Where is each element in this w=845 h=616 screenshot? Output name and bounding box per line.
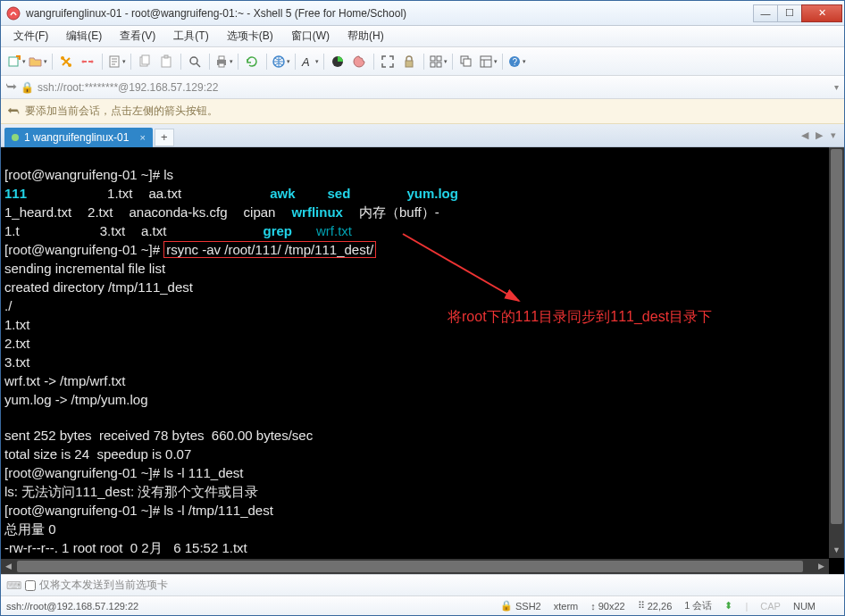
menu-file[interactable]: 文件(F) — [6, 27, 55, 46]
window-title: wangruifenglinux-01 - root@wangruifeng-0… — [26, 7, 754, 20]
status-cap: CAP — [760, 601, 781, 612]
reconnect-icon[interactable] — [56, 52, 76, 71]
minimize-button[interactable]: — — [753, 4, 778, 22]
svg-point-3 — [61, 56, 64, 60]
hint-bar: ⮪ 要添加当前会话，点击左侧的箭头按钮。 — [1, 99, 844, 124]
svg-rect-23 — [437, 62, 441, 67]
svg-rect-9 — [142, 55, 149, 64]
scroll-right-icon[interactable]: ▶ — [814, 559, 829, 574]
svg-rect-20 — [431, 56, 435, 61]
scroll-left-icon[interactable]: ◀ — [1, 559, 16, 574]
status-size: ↕ 90x22 — [590, 601, 624, 612]
tab-bar: 1 wangruifenglinux-01 × + ◀ ▶ ▾ — [1, 124, 844, 147]
open-folder-icon[interactable]: ▾ — [28, 52, 47, 71]
menu-edit[interactable]: 编辑(E) — [59, 27, 109, 46]
hint-icon: ⮪ — [8, 104, 20, 118]
tab-add-button[interactable]: + — [155, 129, 174, 146]
session-tab[interactable]: 1 wangruifenglinux-01 × — [4, 128, 153, 147]
properties-icon[interactable]: ▾ — [106, 52, 126, 71]
svg-point-6 — [91, 60, 94, 62]
new-session-icon[interactable]: +▾ — [6, 52, 26, 71]
svg-rect-21 — [437, 56, 441, 61]
font-icon[interactable]: A▾ — [299, 52, 319, 71]
add-arrow-icon[interactable]: ⮩ — [6, 81, 17, 94]
close-button[interactable]: ✕ — [801, 4, 842, 22]
highlighted-command: rsync -av /root/111/ /tmp/111_dest/ — [163, 241, 376, 258]
search-icon[interactable] — [185, 52, 205, 71]
tab-label: 1 wangruifenglinux-01 — [24, 131, 129, 144]
horizontal-scrollbar[interactable]: ◀ ▶ — [1, 559, 829, 574]
status-pos: ⠿ 22,26 — [638, 600, 673, 612]
terminal[interactable]: [root@wangruifeng-01 ~]# ls 111 1.txt aa… — [1, 147, 844, 574]
layout-icon[interactable]: ▾ — [478, 52, 498, 71]
palette-icon[interactable] — [349, 52, 369, 71]
status-ssh: 🔒 SSH2 — [500, 600, 541, 612]
scroll-thumb[interactable] — [831, 149, 842, 524]
cascade-icon[interactable] — [456, 52, 476, 71]
svg-rect-10 — [162, 57, 171, 67]
menubar: 文件(F) 编辑(E) 查看(V) 工具(T) 选项卡(B) 窗口(W) 帮助(… — [1, 26, 844, 47]
status-term: xterm — [554, 601, 579, 612]
tab-close-icon[interactable]: × — [139, 132, 145, 143]
titlebar[interactable]: wangruifenglinux-01 - root@wangruifeng-0… — [1, 1, 844, 26]
svg-text:?: ? — [512, 57, 517, 67]
maximize-button[interactable]: ☐ — [777, 4, 802, 22]
svg-text:+: + — [17, 55, 21, 62]
status-sessions: 1 会话 — [684, 599, 712, 612]
status-connection: ssh://root@192.168.57.129:22 — [6, 601, 488, 612]
status-bar: ssh://root@192.168.57.129:22 🔒 SSH2 xter… — [1, 595, 844, 615]
address-dropdown-icon[interactable]: ▾ — [834, 82, 839, 92]
status-updown-icon: ⬍ — [724, 600, 732, 612]
tile-icon[interactable]: ▾ — [428, 52, 448, 71]
address-input[interactable] — [38, 81, 831, 94]
input-icon: ⌨ — [6, 579, 21, 592]
color-icon[interactable] — [328, 52, 347, 71]
svg-rect-22 — [431, 62, 435, 67]
input-bar: ⌨ 仅将文本发送到当前选项卡 — [1, 574, 844, 595]
send-current-tab-checkbox[interactable] — [25, 580, 36, 591]
svg-rect-11 — [164, 55, 168, 58]
vertical-scrollbar[interactable]: ▲ ▼ — [829, 147, 844, 558]
svg-rect-25 — [464, 59, 471, 66]
scroll-down-icon[interactable]: ▼ — [829, 543, 844, 558]
svg-rect-19 — [406, 61, 413, 67]
fullscreen-icon[interactable] — [378, 52, 397, 71]
svg-rect-14 — [219, 56, 224, 60]
svg-point-0 — [7, 7, 20, 20]
lock-small-icon: 🔒 — [21, 81, 34, 94]
app-window: wangruifenglinux-01 - root@wangruifeng-0… — [0, 0, 845, 616]
menu-window[interactable]: 窗口(W) — [284, 27, 337, 46]
copy-icon[interactable] — [135, 52, 155, 71]
print-icon[interactable]: ▾ — [213, 52, 233, 71]
menu-view[interactable]: 查看(V) — [113, 27, 163, 46]
svg-rect-15 — [219, 63, 224, 67]
svg-rect-26 — [481, 56, 491, 67]
svg-point-12 — [190, 57, 197, 64]
annotation-arrow-icon — [394, 229, 537, 319]
tab-scroll-right-icon[interactable]: ▶ — [812, 129, 826, 143]
svg-point-4 — [68, 63, 71, 67]
lock-icon[interactable] — [399, 52, 419, 71]
status-num: NUM — [793, 601, 816, 612]
svg-point-5 — [82, 60, 85, 62]
hint-text: 要添加当前会话，点击左侧的箭头按钮。 — [25, 104, 218, 119]
hscroll-thumb[interactable] — [17, 561, 803, 572]
refresh-icon[interactable] — [242, 52, 262, 71]
app-icon — [6, 6, 21, 21]
svg-line-29 — [403, 234, 519, 301]
menu-tools[interactable]: 工具(T) — [166, 27, 215, 46]
help-icon[interactable]: ?▾ — [506, 52, 526, 71]
disconnect-icon[interactable] — [78, 52, 97, 71]
globe-icon[interactable]: ▾ — [271, 52, 290, 71]
address-bar: ⮩ 🔒 ▾ — [1, 76, 844, 99]
send-current-tab-label: 仅将文本发送到当前选项卡 — [39, 578, 168, 593]
connection-status-icon — [12, 134, 19, 141]
svg-text:A: A — [301, 55, 310, 69]
toolbar: +▾ ▾ ▾ ▾ ▾ A▾ ▾ ▾ ?▾ — [1, 47, 844, 76]
tab-scroll-left-icon[interactable]: ◀ — [798, 129, 812, 143]
annotation-text: 将root下的111目录同步到111_dest目录下 — [448, 308, 712, 325]
tab-menu-icon[interactable]: ▾ — [826, 129, 841, 143]
menu-tabs[interactable]: 选项卡(B) — [220, 27, 280, 46]
paste-icon[interactable] — [156, 52, 176, 71]
menu-help[interactable]: 帮助(H) — [340, 27, 391, 46]
